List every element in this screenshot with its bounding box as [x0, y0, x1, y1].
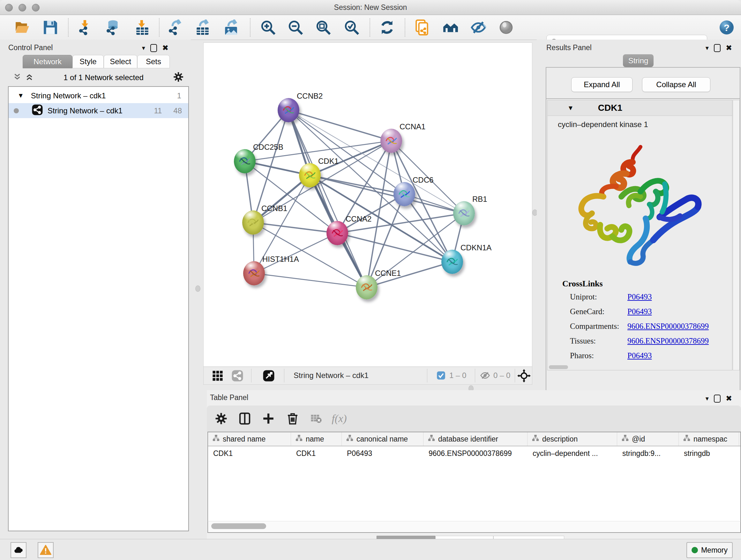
tab-sets[interactable]: Sets: [137, 55, 170, 68]
network-node-CCNB1[interactable]: [242, 210, 264, 235]
refresh-network-button[interactable]: [379, 19, 395, 36]
table-hscrollbar[interactable]: [207, 521, 741, 533]
delete-table-icon[interactable]: [308, 410, 325, 427]
selected-checkbox-icon[interactable]: [436, 368, 446, 383]
show-all-button[interactable]: [498, 19, 515, 36]
network-collection-row[interactable]: ▼ String Network – cdk1 1: [9, 88, 188, 103]
table-cell[interactable]: CDK1: [291, 446, 342, 460]
close-panel-icon[interactable]: ✖: [726, 394, 732, 403]
memory-button[interactable]: Memory: [686, 542, 733, 558]
network-node-CDKN1A[interactable]: [441, 250, 463, 274]
export-network-button[interactable]: [167, 19, 184, 36]
table-cell[interactable]: stringdb:9...: [617, 446, 679, 460]
import-network-database-button[interactable]: [105, 19, 121, 36]
panel-menu-icon[interactable]: ▾: [705, 395, 709, 402]
panel-menu-icon[interactable]: ▾: [142, 44, 145, 52]
network-node-CCNA1[interactable]: [381, 129, 402, 153]
grid-view-icon[interactable]: [209, 368, 226, 384]
tab-select[interactable]: Select: [104, 55, 137, 68]
column-header-shared-name[interactable]: shared name: [208, 432, 291, 446]
crosslink-link[interactable]: P06493: [627, 307, 652, 316]
clone-network-button[interactable]: [414, 19, 430, 36]
gene-expander-icon[interactable]: ▼: [567, 105, 574, 112]
collapse-all-button[interactable]: Collapse All: [642, 77, 711, 92]
table-cell[interactable]: cyclin–dependent ...: [528, 446, 617, 460]
float-panel-icon[interactable]: [150, 44, 157, 52]
zoom-fit-button[interactable]: [315, 19, 332, 36]
hidden-eye-icon[interactable]: [479, 368, 491, 383]
network-node-CDK1[interactable]: [299, 163, 321, 187]
network-node-CDC6[interactable]: [394, 182, 415, 206]
edge-CCNB2-RB1[interactable]: [288, 110, 464, 213]
crosslink-link[interactable]: P06493: [627, 351, 652, 360]
close-panel-icon[interactable]: ✖: [726, 44, 732, 52]
edge-CCNB2-CCNE1[interactable]: [288, 110, 367, 287]
fit-content-crosshair-icon[interactable]: [516, 368, 532, 384]
table-hscroll-thumb[interactable]: [211, 523, 266, 529]
column-header-namespac[interactable]: namespac: [679, 432, 739, 446]
table-cell[interactable]: CDK1: [208, 446, 291, 460]
float-panel-icon[interactable]: [714, 44, 721, 52]
tab-string[interactable]: String: [623, 54, 654, 67]
zoom-in-button[interactable]: [260, 19, 276, 36]
column-header-canonical-name[interactable]: canonical name: [342, 432, 423, 446]
column-header-database-identifier[interactable]: database identifier: [423, 432, 528, 446]
network-node-CDC25B[interactable]: [234, 149, 256, 173]
expand-all-button[interactable]: Expand All: [571, 77, 632, 92]
network-node-HIST1H1A[interactable]: [243, 261, 265, 286]
import-table-button[interactable]: [134, 19, 151, 36]
create-column-plus-icon[interactable]: [260, 410, 277, 427]
crosslink-link[interactable]: 9606.ENSP00000378699: [627, 336, 709, 346]
import-network-button[interactable]: [77, 19, 94, 36]
results-hscroll-thumb[interactable]: [549, 365, 568, 369]
show-columns-icon[interactable]: [236, 410, 253, 427]
warnings-button[interactable]: [38, 542, 54, 558]
network-node-CCNB2[interactable]: [278, 98, 299, 122]
results-vscrollbar[interactable]: [733, 100, 740, 370]
edge-CCNB2-CCNA1[interactable]: [288, 110, 391, 141]
float-panel-icon[interactable]: [714, 395, 721, 402]
birds-eye-view-icon[interactable]: [260, 368, 277, 384]
column-header-description[interactable]: description: [528, 432, 617, 446]
edge-HIST1H1A-CCNE1[interactable]: [254, 273, 367, 287]
network-row[interactable]: String Network – cdk1 11 48: [9, 103, 188, 118]
gene-header-row[interactable]: ▼ CDK1: [548, 100, 732, 116]
left-splitter-handle[interactable]: [195, 286, 200, 292]
cloud-status-button[interactable]: [10, 542, 26, 558]
expand-all-networks-icon[interactable]: [24, 72, 34, 83]
network-options-gear-icon[interactable]: [173, 71, 184, 84]
column-header-name[interactable]: name: [291, 432, 342, 446]
edge-CCNB1-CCNA2[interactable]: [253, 223, 337, 233]
tree-expander-icon[interactable]: ▼: [17, 92, 24, 99]
save-session-button[interactable]: [42, 19, 59, 36]
tab-style[interactable]: Style: [72, 55, 104, 68]
zoom-selected-button[interactable]: [343, 19, 360, 36]
network-node-CCNE1[interactable]: [356, 275, 378, 300]
table-row[interactable]: CDK1CDK1P064939606.ENSP00000378699cyclin…: [208, 446, 740, 460]
close-panel-icon[interactable]: ✖: [162, 44, 169, 52]
hide-selection-button[interactable]: [470, 19, 487, 36]
help-button[interactable]: ?: [718, 19, 735, 36]
panel-menu-icon[interactable]: ▾: [705, 44, 709, 52]
table-cell[interactable]: P06493: [342, 446, 423, 460]
network-view-mode-icon[interactable]: [229, 368, 246, 384]
crosslink-link[interactable]: P06493: [627, 293, 652, 301]
edge-CCNA2-HIST1H1A[interactable]: [254, 233, 337, 273]
first-neighbors-button[interactable]: [442, 19, 459, 36]
table-cell[interactable]: stringdb: [679, 446, 739, 460]
open-session-button[interactable]: [14, 19, 30, 36]
function-builder-icon[interactable]: f(x): [331, 410, 348, 427]
collapse-all-networks-icon[interactable]: [12, 72, 22, 83]
tab-network[interactable]: Network: [23, 55, 72, 68]
crosslink-link[interactable]: 9606.ENSP00000378699: [627, 322, 709, 331]
zoom-out-button[interactable]: [287, 19, 304, 36]
delete-column-trash-icon[interactable]: [284, 410, 301, 427]
table-cell[interactable]: 9606.ENSP00000378699: [423, 446, 528, 460]
title-bar[interactable]: Session: New Session: [0, 0, 741, 15]
export-image-button[interactable]: [223, 19, 239, 36]
network-node-CCNA2[interactable]: [327, 221, 348, 245]
column-header--id[interactable]: @id: [617, 432, 679, 446]
export-table-button[interactable]: [194, 19, 211, 36]
network-node-RB1[interactable]: [453, 201, 475, 226]
network-canvas[interactable]: CCNB2CCNA1CDC25BCDK1CDC6RB1CCNB1CCNA2CDK…: [203, 43, 532, 367]
